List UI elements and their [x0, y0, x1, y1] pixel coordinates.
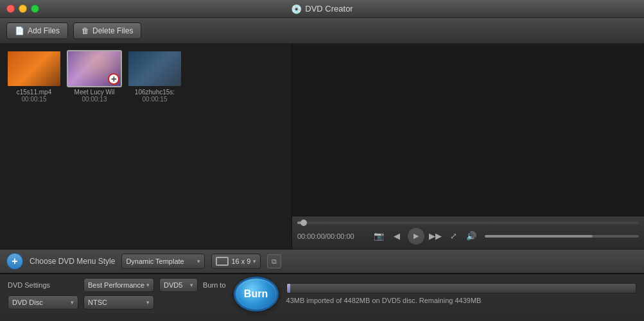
titlebar: 💿 DVD Creator: [0, 0, 644, 18]
controls-row: 00:00:00/00:00:00 📷 ◀ ▶ ▶▶ ⤢ 🔊: [297, 228, 639, 245]
total-time: 00:00:00: [327, 232, 354, 240]
ntsc-select[interactable]: NTSC ▾: [83, 295, 154, 309]
burn-progress-bar: [286, 283, 636, 293]
close-button[interactable]: [6, 4, 15, 13]
choose-menu-label: Choose DVD Menu Style: [30, 257, 115, 266]
maximize-button[interactable]: [31, 4, 39, 13]
dvd-settings-label: DVD Settings: [8, 281, 78, 289]
screenshot-button[interactable]: 📷: [372, 229, 386, 243]
thumb-time-1: 00:00:15: [22, 96, 47, 103]
app-title: 💿 DVD Creator: [291, 4, 352, 14]
aspect-select-value: 16 x 9: [231, 257, 250, 265]
dvd5-select[interactable]: DVD5 ▾: [159, 278, 198, 292]
template-select[interactable]: Dynamic Template ▾: [121, 254, 205, 269]
preview-controls: 00:00:00/00:00:00 📷 ◀ ▶ ▶▶ ⤢ 🔊: [292, 216, 644, 249]
dvd-disc-select[interactable]: DVD Disc ▾: [8, 295, 78, 309]
add-files-button[interactable]: 📄 Add Files: [6, 22, 68, 39]
delete-files-button[interactable]: 🗑 Delete Files: [73, 22, 141, 39]
burn-info: 43MB imported of 4482MB on DVD5 disc. Re…: [286, 283, 636, 304]
aspect-select-arrow: ▾: [253, 258, 256, 265]
fullscreen-button[interactable]: ⤢: [446, 229, 460, 243]
copy-button[interactable]: ⧉: [267, 254, 281, 268]
add-files-icon: 📄: [15, 26, 24, 35]
ntsc-arrow: ▾: [146, 299, 150, 306]
thumb-item-2[interactable]: ✛ Meet Lucy Wil 00:00:13: [67, 50, 122, 103]
thumb-canvas-3: [128, 51, 181, 86]
thumb-image-1: [6, 50, 62, 87]
thumb-image-3: [127, 50, 182, 87]
thumb-time-3: 00:00:15: [143, 96, 168, 103]
preview-panel: 00:00:00/00:00:00 📷 ◀ ▶ ▶▶ ⤢ 🔊: [292, 44, 644, 249]
dvd-disc-arrow: ▾: [71, 299, 74, 306]
thumb-image-2: ✛: [67, 50, 122, 87]
chapter-badge: ✛: [108, 73, 119, 85]
delete-files-icon: 🗑: [82, 26, 89, 35]
thumb-label-2: Meet Lucy Wil: [67, 89, 122, 96]
template-select-arrow: ▾: [197, 258, 200, 265]
file-panel: c15s11.mp4 00:00:15 ✛ Meet Lucy Wil 00:0…: [0, 44, 292, 249]
disc-icon: 💿: [291, 4, 302, 14]
toolbar: 📄 Add Files 🗑 Delete Files: [0, 18, 644, 44]
prev-frame-button[interactable]: ◀: [390, 229, 404, 243]
main-area: c15s11.mp4 00:00:15 ✛ Meet Lucy Wil 00:0…: [0, 44, 644, 249]
next-frame-button[interactable]: ▶▶: [428, 229, 442, 243]
minimize-button[interactable]: [19, 4, 27, 13]
burn-button[interactable]: Burn: [234, 277, 279, 311]
thumb-label-3: 106zhuhc15s:: [127, 89, 182, 96]
performance-select-value: Best Performance: [88, 281, 144, 289]
thumb-canvas-1: [8, 51, 60, 86]
settings-grid: DVD Settings Best Performance ▾ DVD5 ▾ B…: [8, 278, 226, 309]
thumb-item-3[interactable]: 106zhuhc15s: 00:00:15: [127, 50, 182, 103]
seek-bar[interactable]: [297, 221, 639, 224]
thumb-label-1: c15s11.mp4: [6, 89, 62, 96]
thumb-time-2: 00:00:13: [82, 96, 107, 103]
app-title-text: DVD Creator: [305, 4, 352, 13]
aspect-icon: [216, 257, 229, 266]
thumb-item-1[interactable]: c15s11.mp4 00:00:15: [6, 50, 62, 103]
burn-label: Burn: [244, 288, 268, 300]
menu-bar: + Choose DVD Menu Style Dynamic Template…: [0, 249, 644, 273]
settings-bar: DVD Settings Best Performance ▾ DVD5 ▾ B…: [0, 273, 644, 313]
burn-progress-fill: [287, 284, 290, 293]
burn-status-text: 43MB imported of 4482MB on DVD5 disc. Re…: [286, 297, 636, 304]
delete-files-label: Delete Files: [92, 26, 133, 35]
dvd5-select-value: DVD5: [164, 281, 182, 289]
volume-slider[interactable]: [485, 235, 639, 238]
dvd-disc-select-value: DVD Disc: [12, 299, 43, 306]
time-display: 00:00:00/00:00:00: [297, 232, 368, 240]
seek-thumb[interactable]: [300, 220, 307, 226]
performance-select[interactable]: Best Performance ▾: [83, 278, 154, 292]
burn-to-label: Burn to: [203, 281, 225, 289]
preview-screen: [292, 44, 644, 216]
window-controls: [6, 4, 39, 13]
add-menu-button[interactable]: +: [6, 253, 23, 270]
volume-fill: [485, 235, 593, 238]
thumbnails: c15s11.mp4 00:00:15 ✛ Meet Lucy Wil 00:0…: [6, 50, 285, 103]
current-time: 00:00:00: [297, 232, 325, 240]
performance-arrow: ▾: [146, 282, 150, 288]
aspect-select[interactable]: 16 x 9 ▾: [211, 254, 261, 269]
ntsc-select-value: NTSC: [88, 299, 107, 306]
add-files-label: Add Files: [28, 26, 60, 35]
dvd5-arrow: ▾: [190, 282, 193, 288]
volume-icon: 🔊: [464, 229, 478, 243]
template-select-value: Dynamic Template: [126, 257, 184, 265]
play-button[interactable]: ▶: [408, 228, 424, 245]
